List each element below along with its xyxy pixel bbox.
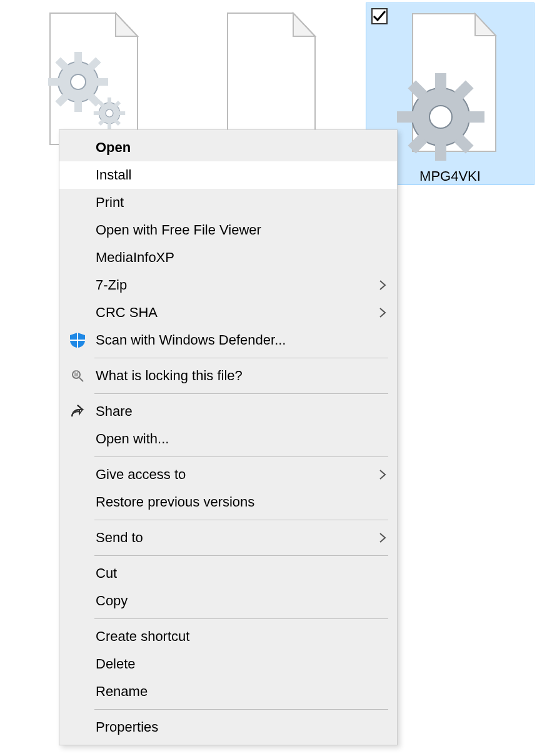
svg-line-39 — [79, 378, 83, 381]
menu-item-label: Cut — [88, 565, 374, 582]
menu-item-properties[interactable]: Properties — [59, 713, 397, 741]
blank-icon — [67, 592, 88, 610]
menu-item-share[interactable]: Share — [59, 398, 397, 425]
menu-item-label: Send to — [88, 530, 374, 546]
svg-rect-6 — [48, 78, 59, 86]
blank-icon — [67, 303, 88, 322]
blank-icon — [67, 465, 88, 484]
chevron-right-icon — [374, 531, 387, 545]
menu-separator — [94, 709, 388, 710]
lock-search-icon — [67, 366, 88, 385]
menu-item-cut[interactable]: Cut — [59, 560, 397, 587]
svg-rect-4 — [74, 52, 82, 63]
blank-icon — [67, 248, 88, 267]
svg-rect-40 — [74, 373, 78, 376]
share-icon — [67, 402, 88, 421]
menu-item-mediainfoxp[interactable]: MediaInfoXP — [59, 244, 397, 271]
svg-point-13 — [106, 109, 113, 117]
menu-separator — [94, 393, 388, 394]
svg-marker-1 — [116, 13, 138, 36]
menu-item-open-with[interactable]: Open with... — [59, 425, 397, 453]
chevron-right-icon — [374, 468, 387, 481]
menu-item-rename[interactable]: Rename — [59, 678, 397, 705]
menu-item-label: What is locking this file? — [88, 368, 374, 384]
svg-rect-14 — [108, 98, 111, 104]
menu-item-delete[interactable]: Delete — [59, 650, 397, 678]
menu-item-label: Give access to — [88, 466, 374, 483]
menu-item-label: Open with... — [88, 431, 374, 447]
menu-separator — [94, 520, 388, 520]
svg-rect-17 — [119, 111, 126, 115]
menu-item-label: Open — [88, 139, 374, 156]
menu-item-copy[interactable]: Copy — [59, 587, 397, 615]
svg-marker-23 — [293, 13, 315, 36]
blank-icon — [67, 166, 88, 184]
menu-item-label: Print — [88, 194, 374, 211]
menu-item-open-with-free-file-viewer[interactable]: Open with Free File Viewer — [59, 216, 397, 244]
menu-item-label: CRC SHA — [88, 305, 374, 321]
menu-item-label: Properties — [88, 719, 374, 735]
menu-item-label: Install — [88, 167, 374, 183]
menu-item-create-shortcut[interactable]: Create shortcut — [59, 623, 397, 650]
blank-icon — [67, 276, 88, 295]
context-menu: OpenInstallPrintOpen with Free File View… — [59, 129, 398, 745]
file-gear-icon — [397, 148, 503, 164]
chevron-right-icon — [374, 278, 387, 292]
blank-icon — [67, 528, 88, 547]
blank-icon — [67, 718, 88, 737]
svg-marker-25 — [475, 14, 496, 36]
menu-separator — [94, 456, 388, 457]
menu-item-give-access-to[interactable]: Give access to — [59, 461, 397, 488]
blank-icon — [67, 627, 88, 646]
blank-icon — [67, 682, 88, 701]
menu-item-label: Delete — [88, 656, 374, 672]
menu-item-7-zip[interactable]: 7-Zip — [59, 271, 397, 299]
svg-rect-5 — [74, 101, 82, 112]
menu-item-label: Restore previous versions — [88, 494, 374, 510]
svg-point-27 — [429, 106, 452, 128]
menu-separator — [94, 358, 388, 358]
blank-icon — [67, 138, 88, 157]
blank-icon — [67, 564, 88, 583]
menu-item-label: Scan with Windows Defender... — [88, 332, 374, 348]
defender-icon — [67, 331, 88, 350]
menu-item-label: Share — [88, 403, 374, 420]
menu-item-label: Open with Free File Viewer — [88, 222, 374, 238]
blank-icon — [67, 221, 88, 239]
menu-item-open[interactable]: Open — [59, 134, 397, 161]
menu-item-what-is-locking-this-file[interactable]: What is locking this file? — [59, 362, 397, 390]
menu-item-scan-with-windows-defender[interactable]: Scan with Windows Defender... — [59, 326, 397, 354]
svg-rect-31 — [468, 111, 484, 123]
menu-item-restore-previous-versions[interactable]: Restore previous versions — [59, 488, 397, 516]
svg-rect-28 — [435, 73, 446, 89]
svg-point-3 — [71, 74, 86, 89]
svg-rect-15 — [108, 123, 111, 129]
chevron-right-icon — [374, 306, 387, 320]
menu-item-install[interactable]: Install — [59, 161, 397, 189]
menu-item-label: 7-Zip — [88, 277, 374, 293]
blank-icon — [67, 430, 88, 448]
menu-separator — [94, 618, 388, 619]
svg-rect-7 — [97, 78, 108, 86]
blank-icon — [67, 655, 88, 673]
menu-item-send-to[interactable]: Send to — [59, 524, 397, 552]
svg-rect-29 — [435, 144, 446, 161]
svg-rect-16 — [94, 111, 100, 115]
menu-item-label: Copy — [88, 593, 374, 609]
svg-rect-30 — [397, 111, 413, 123]
menu-separator — [94, 555, 388, 556]
menu-item-crc-sha[interactable]: CRC SHA — [59, 299, 397, 326]
selection-checkbox[interactable] — [371, 8, 388, 24]
blank-icon — [67, 193, 88, 212]
menu-item-label: Rename — [88, 683, 374, 700]
menu-item-label: MediaInfoXP — [88, 249, 374, 266]
menu-item-label: Create shortcut — [88, 628, 374, 645]
svg-rect-37 — [70, 340, 85, 341]
menu-item-print[interactable]: Print — [59, 189, 397, 216]
blank-icon — [67, 493, 88, 512]
